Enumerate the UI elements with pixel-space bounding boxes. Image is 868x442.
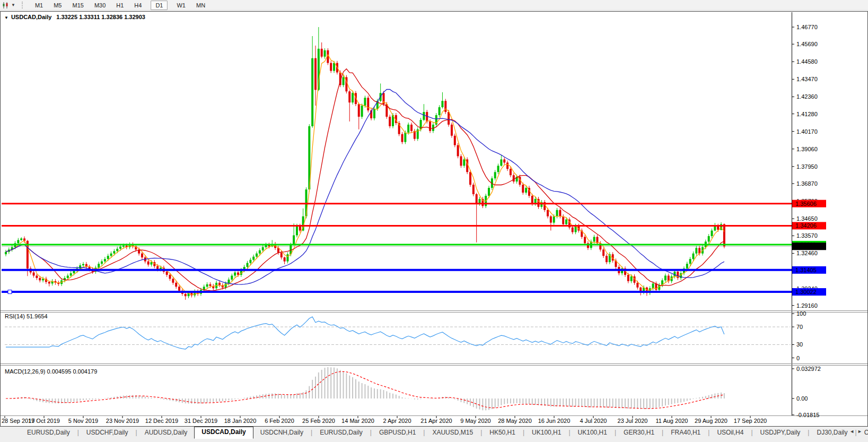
candle-body	[404, 133, 406, 142]
chart-type-button[interactable]: ▼	[2, 2, 15, 9]
chart-tab-usdcnh-daily[interactable]: USDCNH,Daily	[253, 428, 310, 437]
candle-body	[469, 172, 471, 185]
candle-body	[107, 256, 109, 259]
timeframe-toolbar: ▼ M1M5M15M30H1H4D1W1MN	[0, 0, 868, 11]
price-tag-label: 1.31405	[795, 267, 817, 273]
candle-body	[711, 231, 713, 236]
candlestick-chart-icon	[2, 2, 10, 9]
candle-body	[333, 63, 335, 71]
date-axis-label: 29 Aug 2020	[695, 418, 727, 424]
candle-body	[299, 226, 301, 231]
candle-body	[522, 185, 524, 193]
rsi-axis-label: 100	[796, 310, 806, 317]
candle-body	[686, 264, 688, 268]
candle-body	[33, 272, 35, 275]
candle-body	[506, 162, 508, 169]
timeframe-button-h1[interactable]: H1	[111, 1, 128, 10]
candle-body	[280, 253, 283, 257]
candle-body	[206, 284, 208, 287]
candle-body	[510, 169, 512, 175]
candle-body	[429, 122, 431, 131]
candle-body	[116, 249, 118, 251]
chart-tab-dj30-daily[interactable]: DJ30,Daily	[810, 428, 854, 437]
rsi-axis-label: 70	[796, 324, 803, 330]
chart-tab-usdcad-daily[interactable]: USDCAD,Daily	[194, 427, 253, 439]
candle-body	[352, 93, 354, 102]
chart-tab-eurusd-daily[interactable]: EURUSD,Daily	[20, 428, 77, 437]
candle-body	[330, 63, 332, 71]
candle-body	[209, 284, 211, 286]
toolbar-grip	[22, 2, 24, 8]
chart-tab-usoil-h4[interactable]: USOil,H4	[710, 428, 750, 437]
chart-tab-hk50-h1[interactable]: HK50,H1	[483, 428, 522, 437]
candle-body	[503, 159, 505, 162]
candle-body	[156, 266, 159, 270]
chart-tab-usdjpy-daily[interactable]: USDJPY,Daily	[753, 428, 808, 437]
date-axis-label: 2 Apr 2020	[383, 418, 411, 424]
chart-canvas[interactable]: 1.467701.456901.445801.434701.423601.412…	[1, 12, 867, 426]
candle-body	[166, 272, 168, 275]
chart-tab-xauusd-m15[interactable]: XAUUSD,M15	[425, 428, 480, 437]
candle-body	[460, 156, 462, 166]
timeframe-button-mn[interactable]: MN	[191, 1, 210, 10]
chart-tab-fra40-h1[interactable]: FRA40,H1	[664, 428, 707, 437]
candle-body	[343, 77, 345, 85]
candle-body	[525, 188, 527, 193]
price-axis-label: 1.42360	[796, 93, 818, 100]
timeframe-button-m5[interactable]: M5	[49, 1, 66, 10]
date-axis-label: 14 Mar 2020	[341, 418, 374, 424]
candle-body	[234, 272, 236, 275]
price-axis-label: 1.46770	[796, 24, 818, 30]
chart-tab-eurusd-daily[interactable]: EURUSD,Daily	[313, 428, 370, 437]
scroll-left-icon[interactable]: ◄	[849, 429, 857, 434]
timeframe-button-m1[interactable]: M1	[30, 1, 48, 10]
price-axis-label: 1.39060	[796, 146, 818, 152]
price-axis-label: 1.29160	[796, 302, 818, 309]
chart-tab-bar: EURUSD,Daily|USDCHF,Daily|AUDUSD,DailyUS…	[0, 427, 868, 442]
candle-body	[630, 276, 633, 281]
price-axis-label: 1.37950	[796, 163, 818, 170]
timeframe-button-w1[interactable]: W1	[172, 1, 190, 10]
scroll-right-icon[interactable]: ►	[857, 429, 865, 434]
candle-body	[547, 210, 549, 216]
chart-tab-uk100-h1[interactable]: UK100,H1	[525, 428, 568, 437]
date-axis-label: 5 Nov 2019	[68, 418, 98, 424]
candle-body	[122, 246, 125, 247]
chart-tab-gbpusd-h1[interactable]: GBPUSD,H1	[372, 428, 423, 437]
chart-window[interactable]: ▼USDCAD,Daily1.33225 1.33311 1.32836 1.3…	[0, 11, 868, 427]
candle-body	[364, 98, 366, 106]
candle-body	[110, 254, 112, 256]
timeframe-button-h4[interactable]: H4	[129, 1, 146, 10]
candle-body	[488, 188, 490, 196]
chevron-down-icon: ▼	[11, 3, 15, 7]
price-axis-label: 1.33570	[796, 232, 818, 239]
candle-body	[361, 106, 363, 117]
candle-body	[39, 278, 41, 280]
candle-body	[695, 248, 697, 253]
timeframe-button-d1[interactable]: D1	[151, 1, 168, 10]
candle-body	[296, 226, 298, 236]
price-axis-label: 1.43470	[796, 76, 818, 82]
candle-body	[147, 262, 150, 265]
candle-body	[448, 112, 450, 125]
price-axis-label: 1.32460	[796, 250, 818, 256]
date-axis-label: 16 Jun 2020	[538, 418, 571, 424]
candle-body	[562, 216, 564, 224]
chart-tab-uk100-h1[interactable]: UK100,H1	[571, 428, 614, 437]
candle-body	[714, 226, 716, 231]
candle-body	[373, 109, 375, 118]
timeframe-button-m15[interactable]: M15	[67, 1, 88, 10]
candle-body	[444, 101, 446, 112]
timeframe-button-m30[interactable]: M30	[90, 1, 110, 10]
chart-tab-usdchf-daily[interactable]: USDCHF,Daily	[80, 428, 135, 437]
chart-tab-audusd-daily[interactable]: AUDUSD,Daily	[138, 428, 195, 437]
chart-tab-ger30-h1[interactable]: GER30,H1	[617, 428, 661, 437]
candle-body	[572, 228, 574, 232]
candle-body	[178, 287, 180, 290]
rsi-line	[6, 317, 724, 349]
macd-axis-label: 0.00	[796, 395, 808, 402]
candle-body	[423, 112, 425, 120]
date-axis-label: 11 Aug 2020	[656, 418, 688, 424]
candle-body	[73, 271, 75, 273]
candle-body	[141, 254, 143, 257]
